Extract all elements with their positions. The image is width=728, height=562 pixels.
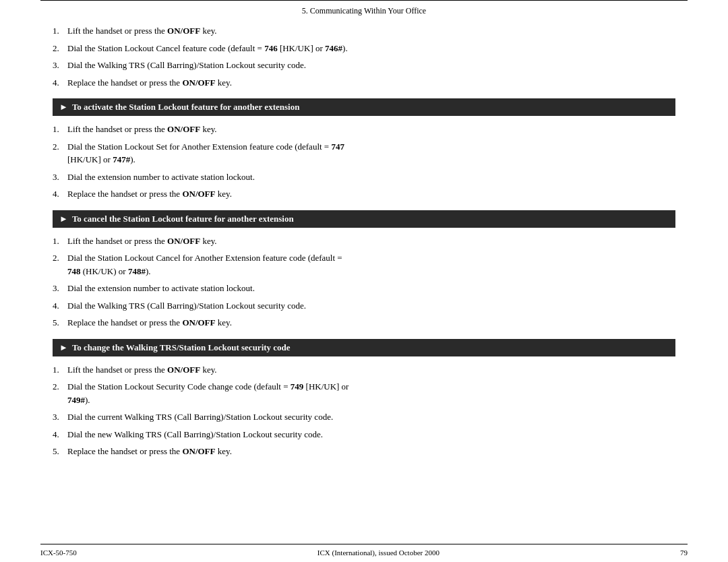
footer-center: ICX (International), issued October 2000 <box>317 549 439 557</box>
bold-text: 749# <box>67 395 85 405</box>
list-item: 2. Dial the Station Lockout Security Cod… <box>53 380 675 406</box>
page-header: 5. Communicating Within Your Office <box>0 3 728 24</box>
item-number: 3. <box>53 282 67 295</box>
section2-title: To cancel the Station Lockout feature fo… <box>72 214 294 224</box>
item-text: Dial the current Walking TRS (Call Barri… <box>67 410 675 424</box>
top-rule <box>40 0 688 1</box>
list-item: 5. Replace the handset or press the ON/O… <box>53 316 675 330</box>
item-text: Replace the handset or press the ON/OFF … <box>67 76 675 90</box>
bold-text: ON/OFF <box>167 236 200 246</box>
page-footer: ICX-50-750 ICX (International), issued O… <box>0 538 728 562</box>
item-text: Dial the Walking TRS (Call Barring)/Stat… <box>67 59 675 72</box>
item-text: Dial the Station Lockout Set for Another… <box>67 140 675 166</box>
bold-text: ON/OFF <box>167 365 200 375</box>
item-number: 1. <box>53 123 67 136</box>
section1-list: 1. Lift the handset or press the ON/OFF … <box>53 123 675 201</box>
bold-text: 748# <box>128 266 146 276</box>
section2-header: ► To cancel the Station Lockout feature … <box>53 210 675 228</box>
item-text: Dial the extension number to activate st… <box>67 170 675 184</box>
list-item: 1. Lift the handset or press the ON/OFF … <box>53 24 675 38</box>
bold-text: 749 <box>291 381 304 392</box>
item-number: 2. <box>53 140 67 166</box>
bold-text: 747 <box>331 142 344 152</box>
item-number: 4. <box>53 428 67 441</box>
list-item: 4. Replace the handset or press the ON/O… <box>53 76 675 90</box>
item-text: Replace the handset or press the ON/OFF … <box>67 316 675 330</box>
footer-left: ICX-50-750 <box>40 549 77 557</box>
item-text: Lift the handset or press the ON/OFF key… <box>67 363 675 377</box>
item-text: Replace the handset or press the ON/OFF … <box>67 445 675 458</box>
item-number: 2. <box>53 380 67 406</box>
item-number: 3. <box>53 59 67 72</box>
item-number: 1. <box>53 363 67 377</box>
section2-list: 1. Lift the handset or press the ON/OFF … <box>53 235 675 330</box>
list-item: 2. Dial the Station Lockout Set for Anot… <box>53 140 675 166</box>
section3-title: To change the Walking TRS/Station Lockou… <box>72 342 291 353</box>
item-text: Lift the handset or press the ON/OFF key… <box>67 123 675 136</box>
item-number: 4. <box>53 299 67 313</box>
item-number: 1. <box>53 24 67 38</box>
list-item: 1. Lift the handset or press the ON/OFF … <box>53 363 675 377</box>
item-number: 1. <box>53 235 67 248</box>
list-item: 2. Dial the Station Lockout Cancel for A… <box>53 251 675 278</box>
page: 5. Communicating Within Your Office 1. L… <box>0 0 728 562</box>
item-text: Replace the handset or press the ON/OFF … <box>67 187 675 201</box>
footer-right: 79 <box>680 549 688 557</box>
item-number: 3. <box>53 170 67 184</box>
item-number: 5. <box>53 316 67 330</box>
item-text: Lift the handset or press the ON/OFF key… <box>67 235 675 248</box>
bold-text: ON/OFF <box>167 26 200 36</box>
list-item: 3. Dial the extension number to activate… <box>53 170 675 184</box>
section1-title: To activate the Station Lockout feature … <box>72 102 300 113</box>
item-number: 2. <box>53 251 67 278</box>
footer-content: ICX-50-750 ICX (International), issued O… <box>40 549 688 557</box>
arrow-icon: ► <box>59 102 68 113</box>
footer-rule <box>40 544 688 544</box>
list-item: 4. Dial the new Walking TRS (Call Barrin… <box>53 428 675 441</box>
section3-list: 1. Lift the handset or press the ON/OFF … <box>53 363 675 458</box>
preamble-list: 1. Lift the handset or press the ON/OFF … <box>53 24 675 89</box>
section1-header: ► To activate the Station Lockout featur… <box>53 98 675 116</box>
header-title: 5. Communicating Within Your Office <box>302 6 426 15</box>
bold-text: ON/OFF <box>182 317 215 327</box>
list-item: 1. Lift the handset or press the ON/OFF … <box>53 123 675 136</box>
list-item: 5. Replace the handset or press the ON/O… <box>53 445 675 458</box>
content: 1. Lift the handset or press the ON/OFF … <box>0 24 728 505</box>
bold-text: 746 <box>264 43 278 53</box>
item-text: Dial the Station Lockout Cancel feature … <box>67 42 675 55</box>
bold-text: ON/OFF <box>182 189 215 199</box>
arrow-icon: ► <box>59 214 68 224</box>
item-number: 3. <box>53 410 67 424</box>
bold-text: ON/OFF <box>182 446 215 456</box>
list-item: 4. Replace the handset or press the ON/O… <box>53 187 675 201</box>
item-text: Dial the Station Lockout Security Code c… <box>67 380 675 406</box>
item-text: Dial the Walking TRS (Call Barring)/Stat… <box>67 299 675 313</box>
item-text: Dial the new Walking TRS (Call Barring)/… <box>67 428 675 441</box>
bold-text: 748 <box>67 266 81 276</box>
item-text: Dial the Station Lockout Cancel for Anot… <box>67 251 675 278</box>
item-text: Dial the extension number to activate st… <box>67 282 675 295</box>
bold-text: 746# <box>325 43 342 53</box>
list-item: 3. Dial the Walking TRS (Call Barring)/S… <box>53 59 675 72</box>
bold-text: ON/OFF <box>167 124 200 134</box>
bold-text: ON/OFF <box>182 77 215 88</box>
section3-header: ► To change the Walking TRS/Station Lock… <box>53 339 675 356</box>
list-item: 3. Dial the extension number to activate… <box>53 282 675 295</box>
item-number: 4. <box>53 187 67 201</box>
list-item: 4. Dial the Walking TRS (Call Barring)/S… <box>53 299 675 313</box>
arrow-icon: ► <box>59 342 68 353</box>
list-item: 2. Dial the Station Lockout Cancel featu… <box>53 42 675 55</box>
item-number: 4. <box>53 76 67 90</box>
list-item: 1. Lift the handset or press the ON/OFF … <box>53 235 675 248</box>
item-number: 2. <box>53 42 67 55</box>
item-text: Lift the handset or press the ON/OFF key… <box>67 24 675 38</box>
item-number: 5. <box>53 445 67 458</box>
list-item: 3. Dial the current Walking TRS (Call Ba… <box>53 410 675 424</box>
bold-text: 747# <box>113 154 130 164</box>
